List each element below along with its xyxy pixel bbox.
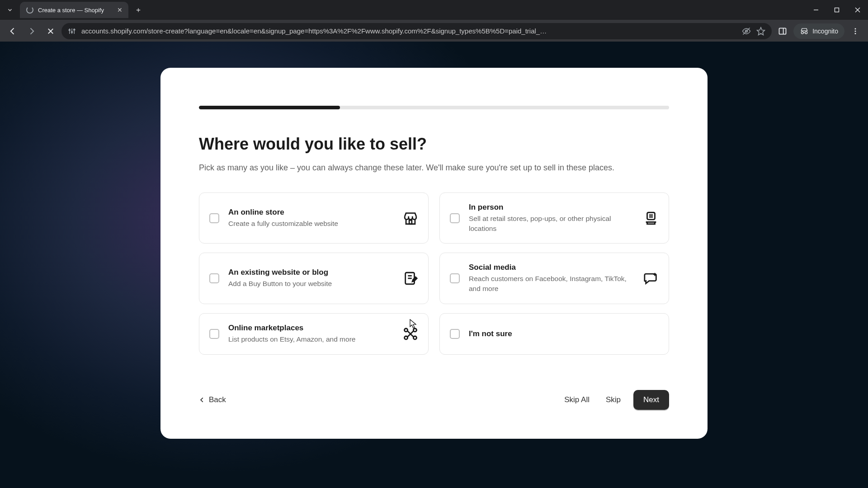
option-title: An existing website or blog: [228, 268, 394, 277]
svg-point-19: [855, 33, 856, 34]
loading-spinner-icon: [26, 6, 33, 14]
option-title: An online store: [228, 208, 394, 217]
pos-terminal-icon: [643, 211, 659, 226]
toolbar: accounts.shopify.com/store-create?langua…: [0, 20, 868, 42]
option-title: Online marketplaces: [228, 324, 394, 333]
onboarding-card: Where would you like to sell? Pick as ma…: [160, 68, 708, 439]
address-bar[interactable]: accounts.shopify.com/store-create?langua…: [61, 23, 772, 39]
checkbox[interactable]: [209, 329, 219, 339]
option-text: I'm not sure: [469, 329, 659, 338]
option-not-sure[interactable]: I'm not sure: [439, 313, 669, 355]
eye-off-icon[interactable]: [742, 27, 751, 36]
card-footer: Back Skip All Skip Next: [199, 390, 669, 410]
page-content: Where would you like to sell? Pick as ma…: [0, 42, 868, 488]
footer-actions: Skip All Skip Next: [561, 390, 669, 410]
checkbox[interactable]: [209, 213, 219, 223]
option-social-media[interactable]: Social media Reach customers on Facebook…: [439, 253, 669, 304]
page-subtitle: Pick as many as you like – you can alway…: [199, 162, 669, 174]
back-button[interactable]: [5, 23, 21, 39]
close-window-button[interactable]: [847, 1, 868, 19]
side-panel-button[interactable]: [774, 23, 791, 39]
skip-button[interactable]: Skip: [602, 391, 624, 409]
chat-sparkle-icon: [643, 271, 659, 286]
site-settings-icon[interactable]: [68, 27, 76, 35]
option-text: In person Sell at retail stores, pop-ups…: [469, 203, 634, 233]
svg-rect-15: [779, 28, 786, 34]
option-title: In person: [469, 203, 634, 212]
option-desc: Create a fully customizable website: [228, 219, 394, 229]
maximize-button[interactable]: [826, 1, 847, 19]
forward-button[interactable]: [24, 23, 40, 39]
page-title: Where would you like to sell?: [199, 135, 669, 154]
option-text: An online store Create a fully customiza…: [228, 208, 394, 229]
option-desc: List products on Etsy, Amazon, and more: [228, 334, 394, 344]
checkbox[interactable]: [209, 273, 219, 283]
option-marketplaces[interactable]: Online marketplaces List products on Ets…: [199, 313, 429, 355]
bookmark-star-icon[interactable]: [756, 27, 765, 36]
incognito-icon: [800, 27, 809, 36]
kebab-menu-button[interactable]: [847, 23, 863, 39]
svg-rect-1: [835, 8, 839, 12]
option-desc: Add a Buy Button to your website: [228, 279, 394, 289]
next-button[interactable]: Next: [633, 390, 669, 410]
svg-rect-10: [71, 31, 73, 32]
svg-marker-14: [757, 27, 765, 35]
incognito-label: Incognito: [812, 28, 838, 35]
option-desc: Reach customers on Facebook, Instagram, …: [469, 274, 634, 293]
network-nodes-icon: [403, 326, 418, 342]
tab-strip: Create a store — Shopify ✕ ＋: [0, 0, 868, 20]
option-desc: Sell at retail stores, pop-ups, or other…: [469, 214, 634, 233]
tab-search-button[interactable]: [4, 4, 16, 16]
option-in-person[interactable]: In person Sell at retail stores, pop-ups…: [439, 192, 669, 244]
options-grid: An online store Create a fully customiza…: [199, 192, 669, 355]
progress-bar: [199, 106, 669, 109]
close-tab-button[interactable]: ✕: [116, 6, 124, 14]
skip-all-button[interactable]: Skip All: [561, 391, 593, 409]
svg-rect-9: [69, 29, 70, 30]
option-text: Online marketplaces List products on Ets…: [228, 324, 394, 344]
checkbox[interactable]: [450, 273, 460, 283]
option-text: Social media Reach customers on Facebook…: [469, 263, 634, 293]
svg-rect-11: [74, 29, 75, 30]
storefront-icon: [403, 211, 418, 226]
minimize-button[interactable]: [806, 1, 826, 19]
tab-title: Create a store — Shopify: [38, 7, 104, 14]
svg-rect-21: [647, 212, 655, 220]
url-text: accounts.shopify.com/store-create?langua…: [81, 27, 736, 35]
stop-button[interactable]: [42, 23, 59, 39]
back-label: Back: [209, 395, 226, 404]
option-existing-website[interactable]: An existing website or blog Add a Buy Bu…: [199, 253, 429, 304]
option-text: An existing website or blog Add a Buy Bu…: [228, 268, 394, 289]
active-tab[interactable]: Create a store — Shopify ✕: [20, 2, 128, 18]
incognito-indicator[interactable]: Incognito: [793, 23, 844, 39]
progress-fill: [199, 106, 340, 109]
checkbox[interactable]: [450, 329, 460, 339]
option-title: I'm not sure: [469, 329, 659, 338]
checkbox[interactable]: [450, 213, 460, 223]
svg-rect-20: [409, 220, 412, 224]
chevron-left-icon: [199, 397, 205, 403]
edit-page-icon: [403, 271, 418, 286]
back-button[interactable]: Back: [199, 395, 226, 404]
window-controls: [806, 0, 868, 20]
new-tab-button[interactable]: ＋: [132, 4, 145, 16]
option-title: Social media: [469, 263, 634, 272]
svg-point-18: [855, 30, 856, 32]
svg-point-17: [855, 28, 856, 29]
browser-window: Create a store — Shopify ✕ ＋: [0, 0, 868, 488]
option-online-store[interactable]: An online store Create a fully customiza…: [199, 192, 429, 244]
